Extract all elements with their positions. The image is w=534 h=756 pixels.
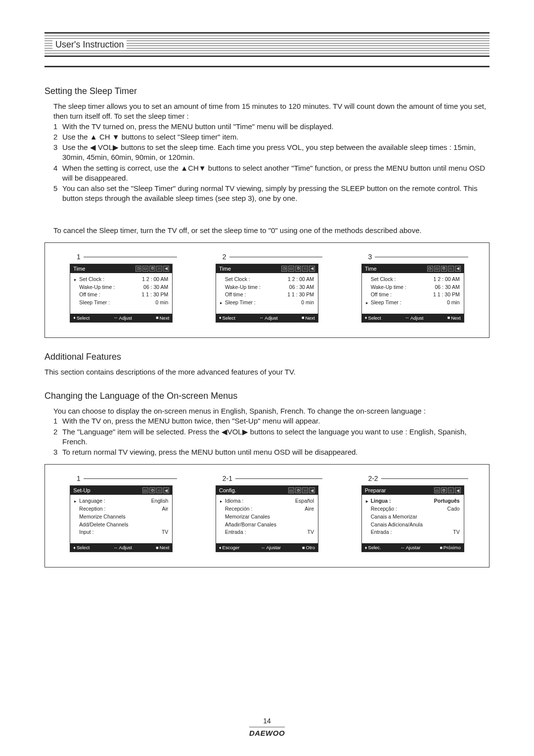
square-icon: ■ [156,545,158,550]
pointer-icon: ▸ [220,498,225,505]
osd-body: ▸Set Clock :1 2 : 00 AMWake-Up time :06 … [70,273,172,314]
sleep-title: Setting the Sleep Timer [44,86,490,96]
tab-icon: ◀ [309,487,315,493]
osd-row-label: Wake-Up time : [366,284,406,291]
osd-body: ▸Language :EnglishReception :AirMemorize… [70,495,172,543]
osd-screen: Config.▭⚙⏍◀▸Idioma :EspañolRecepción :Ai… [216,485,318,552]
osd-row-value: 0 min [447,299,460,307]
osd-row-label: ▸Set Clock : [74,276,104,284]
additional-intro: This section contains descriptions of th… [44,367,490,377]
tab-icon: ⚙ [441,487,447,493]
clock-icon: ◷ [427,266,433,272]
section-additional: Additional Features This section contain… [44,352,490,377]
foot-adjust: ↔Adjust [259,315,277,321]
osd-row-label: Sleep Timer : [74,299,110,307]
osd-row: Add/Delete Channels [74,521,168,529]
brand-logo: DAEWOO [249,727,285,737]
osd-body: Set Clock :1 2 : 00 AMWake-Up time :06 :… [216,273,318,314]
leftright-icon: ↔ [114,315,118,320]
osd-row: Off time :1 1 : 30 PM [74,291,168,299]
tab-icon: ▭ [434,266,440,272]
osd-tab-icons: ▭⚙⏍◀ [434,487,461,493]
osd-row-label: Memorize Channels [74,513,125,521]
osd-row: ▸Set Clock :1 2 : 00 AM [74,276,168,284]
osd-row: Canais a Memorizar [366,513,460,521]
panel-number: 2-1 [222,474,330,482]
osd-row-label: Wake-Up time : [74,284,115,291]
osd-tab-icons: ◷▭⚙⏍◀ [281,266,315,272]
step-text: With the TV on, press the MENU button tw… [62,416,320,426]
osd-panel: 3Time◷▭⚙⏍◀Set Clock :1 2 : 00 AMWake-Up … [350,253,475,323]
figure-setup-osd: 1Set-Up▭⚙⏍◀▸Language :EnglishReception :… [44,464,490,567]
osd-panel: 2-2Preparar▭⚙⏍◀▸Lingua :PortuguêsRecepçã… [350,474,475,552]
sleep-cancel-note: To cancel the Sleep timer, turn the TV o… [53,226,490,236]
osd-tab-icons: ◷▭⚙⏍◀ [135,266,169,272]
osd-panel: 1Time◷▭⚙⏍◀▸Set Clock :1 2 : 00 AMWake-Up… [59,253,184,323]
osd-row: Off time :1 1 : 30 PM [366,291,460,299]
page-footer: 14 DAEWOO [0,717,534,737]
step-text: The "Language" item will be selected. Pr… [62,427,490,447]
osd-row: Recepção :Cado [366,505,460,513]
osd-row: Reception :Air [74,505,168,513]
updown-icon: ♦ [73,545,76,550]
osd-body: ▸Lingua :PortuguêsRecepção :CadoCanais a… [362,495,464,543]
tab-icon: ⏍ [302,266,308,272]
osd-row-value: 0 min [156,299,169,307]
foot-next: ■Next [156,545,169,550]
tab-icon: ▭ [434,487,440,493]
osd-row-label: Canais Adiciona/Anula [366,521,423,529]
osd-footer: ♦Escoger↔Ajustar■Otro [216,543,318,552]
osd-row-value: 06 : 30 AM [143,284,168,291]
osd-titlebar: Time◷▭⚙⏍◀ [362,264,464,273]
foot-next: ■Next [156,315,169,321]
step-text: You can also set the "Sleep Timer" durin… [62,184,490,204]
foot-select: ♦Escoger [219,545,239,550]
osd-row-value: Español [295,497,314,505]
panel-number: 2-2 [368,474,475,482]
tab-icon: ◀ [163,487,169,493]
osd-title-text: Time [365,266,377,272]
osd-row: Entrada :TV [220,528,314,536]
osd-row-label: Reception : [74,505,105,513]
osd-row-value: TV [162,528,168,536]
osd-row: Wake-Up time :06 : 30 AM [366,284,460,291]
tab-icon: ⚙ [149,487,155,493]
lang-intro: You can choose to display the on-screen … [53,406,490,416]
tab-icon: ⏍ [302,487,308,493]
osd-row: Sleep Timer :0 min [74,299,168,307]
foot-select: ♦Selec. [365,545,381,550]
osd-footer: ♦Select↔Adjust■Next [70,543,172,552]
osd-title-text: Config. [219,487,236,493]
osd-title-text: Time [73,266,85,272]
square-icon: ■ [440,545,442,550]
osd-titlebar: Config.▭⚙⏍◀ [216,486,318,495]
osd-row-value: English [151,497,168,505]
osd-row-label: Entrada : [366,528,392,536]
osd-screen: Time◷▭⚙⏍◀▸Set Clock :1 2 : 00 AMWake-Up … [70,264,173,323]
foot-next: ■Next [447,315,461,321]
osd-row-value: Air [162,505,168,513]
updown-icon: ♦ [73,315,76,320]
updown-icon: ♦ [365,315,367,320]
osd-footer: ♦Select↔Adjust■Next [216,314,318,322]
clock-icon: ◷ [281,266,287,272]
osd-panel: 2-1Config.▭⚙⏍◀▸Idioma :EspañolRecepción … [205,474,330,552]
osd-row: Wake-Up time :06 : 30 AM [74,284,168,291]
osd-row: Añadir/Borrar Canales [220,521,314,529]
foot-adjust: ↔Adjust [114,545,132,550]
osd-row: Set Clock :1 2 : 00 AM [366,276,460,284]
osd-tab-icons: ▭⚙⏍◀ [288,487,315,493]
tab-icon: ▭ [142,266,148,272]
step-text: To return normal TV viewing, press the M… [62,447,358,457]
lang-steps: 1With the TV on, press the MENU button t… [53,416,490,457]
header-band: User's Instruction [44,32,490,67]
osd-row-value: 1 1 : 30 PM [142,291,169,299]
osd-row-value: 1 1 : 30 PM [433,291,460,299]
tab-icon: ⚙ [295,487,301,493]
osd-row-value: Aire [305,505,314,513]
osd-row: Memorize Channels [74,513,168,521]
tab-icon: ◀ [309,266,315,272]
osd-titlebar: Time◷▭⚙⏍◀ [216,264,318,273]
square-icon: ■ [447,315,450,320]
osd-screen: Time◷▭⚙⏍◀Set Clock :1 2 : 00 AMWake-Up t… [216,264,318,323]
